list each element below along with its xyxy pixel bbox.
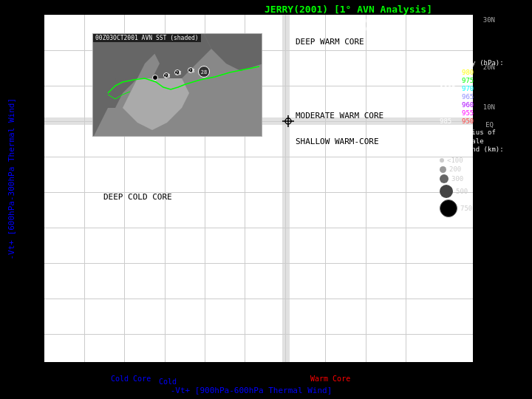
mini-map: 28 28 28 28 00Z03OCT2001 AVN SST (shaded…: [92, 33, 262, 137]
ytick-m400: -400: [18, 260, 36, 268]
size-row-3: 300: [440, 174, 528, 183]
grid-v+1: [325, 15, 326, 362]
xtick-200: 200: [361, 367, 374, 375]
plot-area: 300 200 100 0 -100 -200 -300 -400 -500 -…: [44, 15, 473, 362]
ytick-0: 0: [33, 118, 38, 126]
grid-h-9: [44, 334, 473, 335]
x-axis-label: -Vt+ [900hPa-600hPa Thermal Wind]: [74, 386, 429, 395]
title-area: JERRY(2001) [1° AVN Analysis] Start (A):…: [265, 4, 432, 33]
deep-warm-core-label: DEEP WARM CORE: [296, 37, 364, 47]
ytick-m600: -600: [18, 331, 36, 339]
deep-cold-core-label: DEEP COLD CORE: [103, 192, 172, 202]
size-legend-title: Mean radius of 925hPa gale force wind (k…: [440, 129, 528, 154]
intensity-row-3: 1005 970: [440, 85, 528, 92]
grid-v+2: [366, 15, 366, 362]
size-row-1: <100: [440, 157, 528, 164]
grid-h-8: [44, 299, 473, 299]
y-axis-label: -Vt+ [600hPa-300hPa Thermal Wind]: [7, 112, 16, 260]
start-val: 00Z03OCT2001 (Wed): [352, 17, 432, 25]
ytick-m500: -500: [18, 296, 36, 304]
intensity-row-5: 995 960: [440, 101, 528, 109]
data-marker: [281, 114, 296, 131]
ytick-300: 300: [24, 16, 37, 24]
xtick-m400: -400: [155, 367, 173, 375]
ytick-r-30n: 30N: [483, 16, 495, 24]
ytick-200: 200: [24, 47, 37, 55]
cold-bottom-label: Cold: [159, 378, 177, 386]
size-row-4: 500: [440, 185, 528, 198]
grid-h-6: [44, 228, 473, 228]
highlight-x-zero: [282, 15, 290, 362]
end-val: 12Z08OCT2001 (Mon): [352, 25, 432, 33]
intensity-row-2: 1010 975: [440, 77, 528, 84]
analysis-type: [1° AVN Analysis]: [334, 4, 432, 15]
grid-v-0: [285, 15, 286, 362]
xtick-m600: -600: [75, 367, 93, 375]
main-container: -Vt+ [600hPa-300hPa Thermal Wind] Warm C…: [0, 0, 532, 399]
x-cold-label: Cold Core: [111, 375, 151, 383]
grid-v-1: [84, 15, 85, 362]
grid-h-4: [44, 157, 473, 157]
xtick-300: 300: [400, 367, 414, 375]
size-items: <100 200 300 500 750: [440, 157, 528, 217]
intensity-row-7: 985 950: [440, 117, 528, 125]
moderate-warm-core-label: MODERATE WARM CORE: [296, 111, 383, 120]
xtick-m300: -300: [195, 367, 213, 375]
xtick-m200: -200: [235, 367, 253, 375]
legend-area: Intensity (hPa): 1015 980 1010 975 1005 …: [440, 59, 528, 219]
end-label: End (Z):: [312, 25, 347, 33]
ytick-m100: -100: [18, 154, 36, 162]
intensity-row-6: 990 955: [440, 109, 528, 117]
storm-name: JERRY(2001): [265, 4, 328, 15]
grid-v+3: [406, 15, 406, 362]
shallow-warm-label: SHALLOW WARM-CORE: [296, 137, 379, 146]
ytick-100: 100: [24, 83, 37, 91]
intensity-row-4: 1000 965: [440, 93, 528, 100]
size-row-5: 750: [440, 200, 528, 217]
grid-h-7: [44, 263, 473, 264]
ytick-m200: -200: [18, 189, 36, 197]
intensity-title: Intensity (hPa):: [440, 59, 528, 66]
size-row-2: 200: [440, 166, 528, 173]
ytick-m300: -300: [18, 225, 36, 233]
intensity-row-1: 1015 980: [440, 69, 528, 76]
x-warm-label: Warm Core: [310, 375, 350, 383]
minimap-title: 00Z03OCT2001 AVN SST (shaded): [93, 34, 201, 42]
xtick-0: 0: [281, 367, 285, 375]
start-label: Start (A):: [303, 17, 347, 25]
